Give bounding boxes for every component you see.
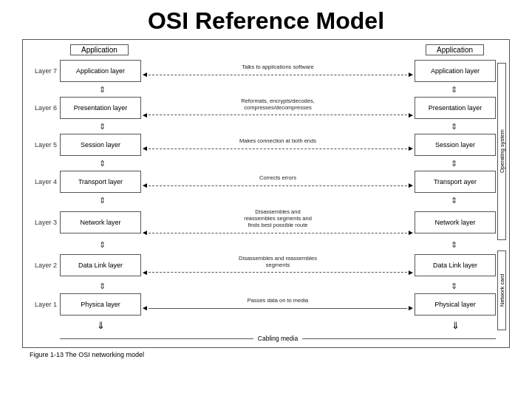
- layer-left-5: Session layer: [60, 134, 141, 156]
- layer-row-3: Layer 3 Network layer Disassembles andre…: [26, 205, 496, 240]
- layer-middle-4: Corrects errors ◄ ►: [141, 168, 415, 196]
- layer-num-6: Layer 6: [26, 104, 60, 112]
- layer-middle-1: Passes data on to media ◄ ►: [141, 290, 415, 318]
- top-labels-row: Application Application: [26, 44, 506, 55]
- layer-num-7: Layer 7: [26, 67, 60, 75]
- layer-row-7: Layer 7 Application layer Talks to appli…: [26, 57, 496, 85]
- layer-right-2: Data Link layer: [415, 254, 496, 276]
- layer-num-1: Layer 1: [26, 301, 60, 308]
- layer-right-7: Application layer: [415, 60, 496, 82]
- layer-num-4: Layer 4: [26, 178, 60, 185]
- caption-text: Figure 1-13 The OSI networking model: [30, 351, 144, 358]
- top-label-right: Application: [426, 44, 484, 55]
- layer-row-2: Layer 2 Data Link layer Disassembles and…: [26, 249, 496, 282]
- layer-row-6: Layer 6 Presentation layer Reformats, en…: [26, 94, 496, 122]
- layer-right-3: Network layer: [415, 211, 496, 233]
- layer-right-4: Transport ayer: [415, 171, 496, 193]
- cabling-row: Cabling media: [26, 332, 496, 344]
- layer-left-7: Application layer: [60, 60, 141, 82]
- nc-sidebar: Network card: [497, 250, 506, 330]
- top-label-left: Application: [70, 44, 129, 55]
- layer-left-3: Network layer: [60, 211, 141, 233]
- layer-middle-5: Makes connection at both ends ◄ ►: [141, 131, 415, 159]
- layer-num-5: Layer 5: [26, 141, 60, 149]
- layer-right-1: Physical layer: [415, 293, 496, 316]
- layer-left-2: Data Link layer: [60, 254, 141, 276]
- layer-num-2: Layer 2: [26, 262, 60, 269]
- os-sidebar: Operating system: [497, 63, 506, 240]
- layer-row-5: Layer 5 Session layer Makes connection a…: [26, 131, 496, 159]
- layer-middle-3: Disassembles andreassembles segments and…: [141, 208, 415, 236]
- osi-diagram: Application Application Layer 7 Applicat…: [22, 39, 510, 348]
- layer-middle-6: Reformats, encrypts/decodes,compresses/d…: [141, 94, 415, 122]
- caption: Figure 1-13 The OSI networking model: [30, 351, 502, 358]
- layer-row-1: Layer 1 Physica layer Passes data on to …: [26, 290, 496, 318]
- layer-left-6: Presentation layer: [60, 97, 141, 119]
- layer-middle-7: Talks to applications software ◄ ►: [141, 57, 415, 85]
- page-title: OSI Reference Model: [148, 7, 384, 35]
- layer-right-5: Session layer: [415, 134, 496, 156]
- layers-area: Layer 7 Application layer Talks to appli…: [26, 57, 496, 344]
- layer-left-4: Transport layer: [60, 171, 141, 193]
- layer-left-1: Physica layer: [60, 293, 141, 316]
- layer-row-4: Layer 4 Transport layer Corrects errors …: [26, 168, 496, 196]
- layer-middle-2: Disassembles and reassemblessegments ◄ ►: [141, 251, 415, 279]
- layer-num-3: Layer 3: [26, 219, 60, 226]
- cabling-label: Cabling media: [253, 335, 302, 342]
- layer-right-6: Presentation layer: [415, 97, 496, 119]
